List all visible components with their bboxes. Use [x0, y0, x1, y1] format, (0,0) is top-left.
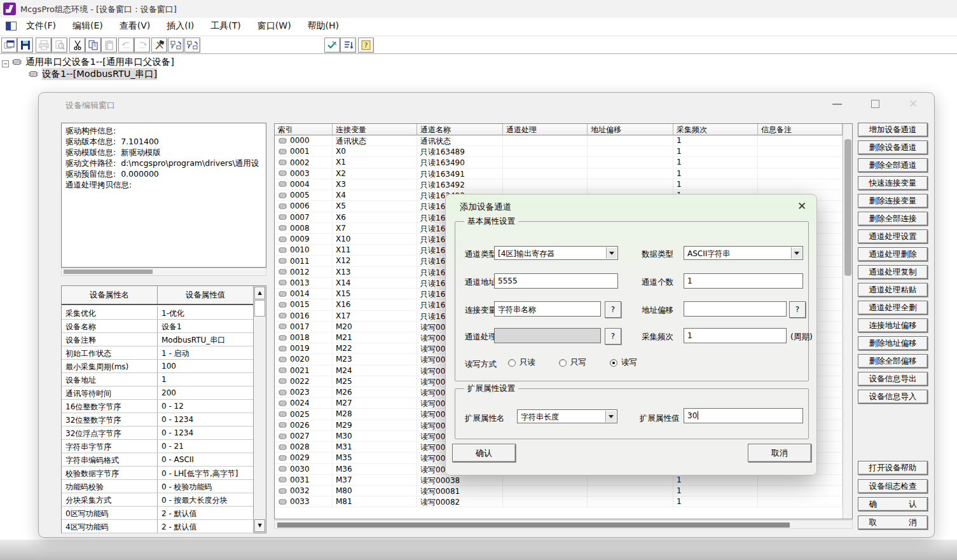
channel-process-help-button[interactable]: ? [605, 328, 621, 345]
sort-list-icon[interactable] [340, 38, 356, 53]
property-row[interactable]: 字符串字节序0 - 21 [62, 440, 254, 453]
channel-row[interactable]: 0001X0只读1634891 [275, 146, 843, 157]
side-button-1[interactable]: 删除设备通道 [858, 140, 928, 154]
address-offset-help-button[interactable]: ? [789, 301, 806, 318]
menu-item-4[interactable]: 工具(T) [202, 18, 249, 34]
channel-row[interactable]: 0003X2只读1634911 [275, 168, 843, 179]
menu-item-6[interactable]: 帮助(H) [299, 18, 347, 34]
radio-只读[interactable]: 只读 [508, 357, 535, 368]
side-button-11[interactable]: 连接地址偏移 [858, 318, 928, 332]
device-transfer-icon[interactable] [168, 38, 184, 53]
link-variable-help-button[interactable]: ? [605, 301, 621, 318]
channel-column-header[interactable]: 连接变量 [333, 124, 417, 135]
tree-collapse-icon[interactable]: − [2, 60, 9, 67]
property-row[interactable]: 功能码校验0 - 校验功能码 [62, 480, 254, 493]
property-row[interactable]: 0区写功能码2 - 默认值 [62, 507, 254, 520]
property-row[interactable]: 4区写功能码2 - 默认值 [62, 520, 254, 533]
dialog-cancel-button[interactable]: 取消 [748, 444, 811, 462]
bottom-button-3[interactable]: 取 消 [858, 516, 928, 529]
menu-item-5[interactable]: 窗口(W) [249, 18, 299, 34]
channel-row[interactable]: 0033M81读写000821 [275, 496, 843, 507]
driver-info-hscrollbar[interactable] [61, 268, 266, 276]
dialog-confirm-button[interactable]: 确认 [452, 444, 516, 462]
property-row[interactable]: 初始工作状态1 - 启动 [62, 346, 254, 360]
maximize-icon[interactable] [871, 100, 879, 108]
channel-column-header[interactable]: 通道名称 [417, 124, 503, 135]
side-button-9[interactable]: 通道处理粘贴 [858, 283, 928, 297]
side-button-2[interactable]: 删除全部通道 [858, 158, 928, 172]
property-row[interactable]: 分块采集方式0 - 按最大长度分块 [62, 493, 254, 507]
bottom-button-2[interactable]: 确 认 [858, 497, 928, 511]
property-row[interactable]: 32位浮点字节序0 - 1234 [62, 427, 254, 440]
side-button-4[interactable]: 删除连接变量 [858, 194, 928, 208]
property-row[interactable]: 采集优化1-优化 [62, 306, 254, 320]
side-button-14[interactable]: 设备信息导出 [858, 372, 928, 386]
radio-只写[interactable]: 只写 [559, 357, 586, 368]
property-row[interactable]: 16位整数字节序0 - 12 [62, 400, 254, 413]
property-row[interactable]: 校验数据字节序0 - LH[低字节,高字节] [62, 467, 254, 480]
channel-hscrollbar[interactable] [274, 520, 853, 529]
side-button-6[interactable]: 通道处理设置 [858, 229, 928, 243]
tree-node-parent-device[interactable]: 通用串口父设备1--[通用串口父设备] [11, 56, 174, 68]
channel-column-header[interactable]: 信息备注 [758, 124, 843, 135]
chevron-down-icon[interactable] [605, 411, 616, 422]
radio-button-icon[interactable] [508, 359, 516, 367]
scroll-up-icon[interactable]: ▲ [254, 287, 265, 299]
side-button-12[interactable]: 删除地址偏移 [858, 336, 928, 350]
channel-row[interactable]: 0034M82读写000831 [275, 507, 843, 508]
copy-icon[interactable] [85, 38, 101, 53]
device-transfer2-icon[interactable] [184, 38, 200, 53]
scrollbar-thumb[interactable] [254, 300, 265, 317]
property-row[interactable]: 32位整数字节序0 - 1234 [62, 413, 254, 427]
property-row[interactable]: 最小采集周期(ms)100 [62, 360, 254, 373]
channel-column-header[interactable]: 通道处理 [503, 124, 588, 135]
ext-property-name-select[interactable]: 字符串长度 [517, 409, 617, 423]
tree-node-device1[interactable]: 设备1--[ModbusRTU_串口] [28, 68, 157, 80]
channel-column-header[interactable]: 索引 [275, 124, 333, 135]
close-icon[interactable]: ✕ [909, 97, 918, 110]
tree-node-label-selected[interactable]: 设备1--[ModbusRTU_串口] [42, 68, 157, 80]
side-button-10[interactable]: 通道处理全删 [858, 301, 928, 315]
mdi-child-icon[interactable] [6, 22, 17, 31]
scrollbar-thumb[interactable] [844, 139, 851, 276]
tools-icon[interactable] [151, 38, 167, 53]
tree-node-label[interactable]: 通用串口父设备1--[通用串口父设备] [25, 56, 174, 68]
radio-button-icon[interactable] [610, 359, 617, 367]
property-row[interactable]: 设备注释ModbusRTU_串口 [62, 333, 254, 346]
menu-item-1[interactable]: 编辑(E) [64, 18, 111, 34]
property-row[interactable]: 通讯等待时间200 [62, 386, 254, 400]
channel-count-input[interactable]: 1 [684, 273, 803, 289]
address-offset-input[interactable] [684, 301, 787, 317]
side-button-15[interactable]: 设备信息导入 [858, 390, 928, 404]
data-type-select[interactable]: ASCII字符串 [684, 246, 803, 260]
property-row[interactable]: 字符串编码格式0 - ASCII [62, 453, 254, 467]
scroll-down-icon[interactable]: ▼ [254, 519, 265, 532]
chevron-down-icon[interactable] [791, 247, 802, 259]
property-row[interactable]: 设备地址1 [62, 373, 254, 386]
dialog-close-icon[interactable]: ✕ [797, 200, 806, 212]
minimize-icon[interactable] [832, 104, 842, 105]
side-button-0[interactable]: 增加设备通道 [858, 123, 928, 137]
property-row[interactable]: 设备名称设备1 [62, 320, 254, 333]
channel-type-select[interactable]: [4区]输出寄存器 [494, 246, 618, 260]
validate-icon[interactable] [324, 38, 340, 53]
radio-button-icon[interactable] [559, 359, 567, 367]
side-button-5[interactable]: 删除全部连接 [858, 212, 928, 226]
cut-icon[interactable] [69, 38, 85, 53]
side-button-8[interactable]: 通道处理复制 [858, 265, 928, 279]
channel-column-header[interactable]: 采集频次 [673, 124, 758, 135]
channel-row[interactable]: 0032M80读写000811 [275, 486, 843, 496]
side-button-3[interactable]: 快速连接变量 [858, 176, 928, 190]
side-button-13[interactable]: 删除全部偏移 [858, 354, 928, 368]
bottom-button-1[interactable]: 设备组态检查 [858, 479, 928, 493]
channel-row[interactable]: 0004X3只读1634921 [275, 179, 843, 190]
new-window-icon[interactable] [1, 38, 17, 53]
ext-property-value-input[interactable]: 30 [684, 408, 803, 423]
link-variable-input[interactable]: 字符串名称 [494, 301, 601, 317]
bottom-button-0[interactable]: 打开设备帮助 [858, 461, 928, 475]
radio-读写[interactable]: 读写 [610, 357, 637, 368]
channel-address-input[interactable]: 5555 [494, 273, 618, 289]
scrollbar-thumb[interactable] [64, 270, 153, 274]
channel-row[interactable]: 0000通讯状态通讯状态1 [275, 135, 843, 146]
collect-frequency-input[interactable]: 1 [684, 328, 787, 343]
